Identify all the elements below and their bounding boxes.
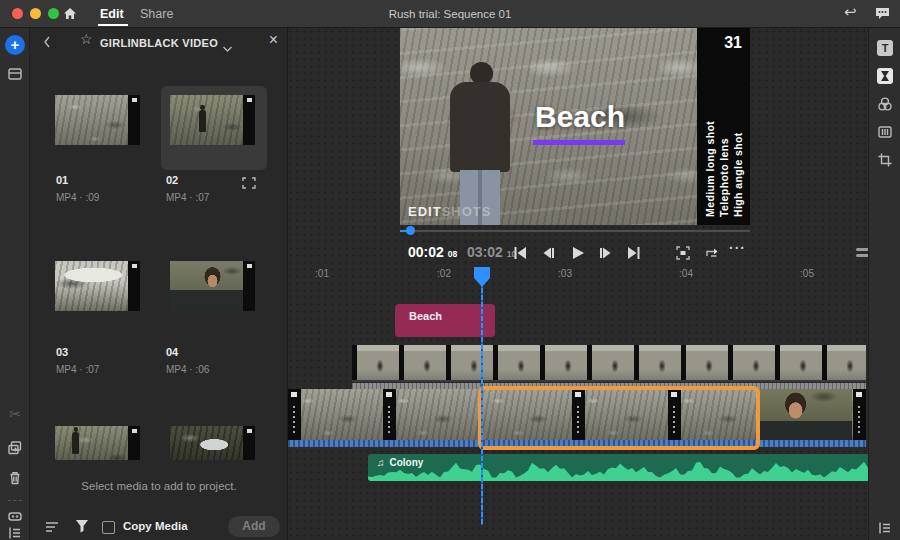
clip-meta: MP4 · :07 [56,364,99,375]
toolbar-divider [8,500,22,501]
chevron-down-icon[interactable] [222,39,233,57]
scrubber-handle[interactable] [406,226,415,235]
ruler-tick: :05 [792,268,822,279]
clip-thumbnail-05[interactable] [55,426,140,460]
home-icon[interactable] [62,6,78,26]
clip-thumbnail-06[interactable] [170,426,255,460]
playhead-line[interactable] [481,267,483,525]
clip-in-sequence-icon [242,175,256,193]
feedback-icon[interactable] [874,6,891,25]
filter-icon[interactable] [74,518,90,538]
minimize-window-button[interactable] [30,8,41,19]
clip-slate-bar [288,389,301,440]
clip-id: 01 [56,174,68,186]
play-button[interactable] [568,244,586,262]
graphics-titles-icon[interactable]: T [877,40,893,56]
clip-id: 04 [166,346,178,358]
track-controls-icon[interactable] [7,525,23,540]
clip-thumbnail-01[interactable] [55,95,140,145]
media-folder-selector[interactable]: GIRLINBLACK VIDEO [30,28,288,58]
overlay-video-track[interactable] [352,345,866,382]
clip-thumbnail-02[interactable] [170,95,255,145]
person-figure [199,110,206,132]
media-browser-icon[interactable] [7,66,23,82]
title-track-clip[interactable]: Beach [395,304,495,337]
clip-meta: MP4 · :07 [166,192,209,203]
clip-id: 03 [56,346,68,358]
clip-meta: MP4 · :06 [166,364,209,375]
copy-media-checkbox[interactable] [102,521,115,534]
split-clip-icon[interactable]: ✂ [7,406,23,422]
preview-monitor[interactable]: Beach 31 Medium long shot Telephoto lens… [400,28,750,225]
title-overlay-text: Beach [490,100,670,134]
skip-to-start-button[interactable] [510,244,528,262]
transitions-icon[interactable] [877,68,893,84]
track-list-icon[interactable] [877,520,893,536]
selected-clip-outline[interactable] [478,386,760,450]
current-frames: 08 [448,249,457,259]
fullscreen-icon[interactable] [674,244,692,262]
watermark: EDITSHOTS [408,204,491,219]
copy-media-label: Copy Media [123,520,188,532]
title-underline-bar [533,140,625,145]
total-time: 03:02 [467,244,503,260]
audio-waveform-path [368,462,884,481]
duplicate-clip-icon[interactable] [7,440,23,456]
color-icon[interactable] [877,96,893,112]
portrait-video-clip[interactable] [758,389,852,440]
clip-slate-bar [853,389,866,440]
audio-track-clip[interactable]: ♫Colony [368,454,884,481]
ruler-tick: :03 [550,268,580,279]
clip-meta: MP4 · :09 [56,192,99,203]
shot-info-line: Medium long shot [704,121,716,217]
sequence-title: Rush trial: Sequence 01 [0,0,900,28]
top-bar: Rush trial: Sequence 01 Edit Share ↩ [0,0,900,28]
shot-number: 31 [724,34,742,52]
scrubber-track[interactable] [400,230,750,232]
voiceover-icon[interactable] [7,508,23,524]
media-panel: ☆ GIRLINBLACK VIDEO × 01 MP4 · :09 02 MP… [30,28,288,540]
right-toolbar: T [868,28,900,540]
audio-mixer-icon[interactable] [877,124,893,140]
ruler-tick: :02 [429,268,459,279]
title-clip-label: Beach [409,310,442,322]
media-hint-text: Select media to add to project. [30,480,288,492]
app-window: Rush trial: Sequence 01 Edit Share ↩ + ✂ [0,0,900,540]
media-panel-header: ☆ GIRLINBLACK VIDEO × [30,28,288,58]
add-media-button[interactable]: + [5,35,25,55]
close-window-button[interactable] [12,8,23,19]
ruler-tick: :01 [307,268,337,279]
crop-transform-icon[interactable] [877,152,893,168]
ruler-tick: :04 [671,268,701,279]
shot-info-line: Telephoto lens [718,138,730,217]
music-note-icon: ♫ [377,457,385,468]
loop-playback-icon[interactable] [703,244,721,262]
person-figure [72,432,79,454]
sort-icon[interactable] [44,520,60,538]
clip-thumbnail-04[interactable] [170,261,255,311]
delete-clip-icon[interactable] [7,470,23,486]
more-options-icon[interactable]: ··· [729,240,746,256]
left-toolbar: + ✂ [0,28,30,540]
skip-to-end-button[interactable] [626,244,644,262]
next-frame-button[interactable] [597,244,615,262]
clip-thumbnail-03[interactable] [55,261,140,311]
undo-icon[interactable]: ↩ [844,3,857,21]
previous-frame-button[interactable] [539,244,557,262]
audio-clip-label: ♫Colony [377,457,423,468]
tab-share[interactable]: Share [140,0,173,28]
current-time: 00:02 [408,244,444,260]
timecode-display: 00:02 08 03:02 10 [408,244,516,260]
clip-slate-bar [383,389,396,440]
playhead-handle[interactable] [474,267,490,287]
shot-info-line: High angle shot [732,132,744,217]
tab-edit-underline [98,24,128,26]
add-button[interactable]: Add [228,516,280,537]
shot-info-panel: 31 Medium long shot Telephoto lens High … [697,28,750,225]
clip-id: 02 [166,174,178,186]
close-panel-icon[interactable]: × [269,31,278,49]
zoom-window-button[interactable] [48,8,59,19]
